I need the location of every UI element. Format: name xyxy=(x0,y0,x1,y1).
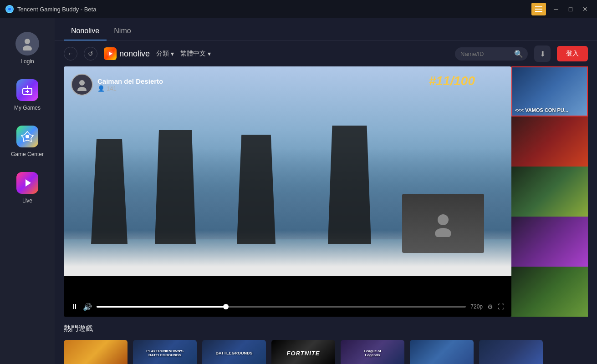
main-layout: Login My Games xyxy=(0,18,597,364)
stream-thumbnails: <<< VAMOS CON PU... xyxy=(511,66,588,317)
game-card-2-bg: PLAYERUNKNOWN'SBATTLEGROUNDS xyxy=(133,340,197,364)
streamer-name: Caiman del Desierto xyxy=(97,77,163,85)
game-card-1[interactable] xyxy=(64,340,128,364)
game-card-7[interactable] xyxy=(479,340,543,364)
volume-button[interactable]: 🔊 xyxy=(83,303,92,311)
user-avatar xyxy=(15,32,39,56)
hot-games-section: 熱門遊戲 PLAYERUNKNOWN'SBATTLEGROUNDS BATTLE… xyxy=(55,317,597,364)
gamecenter-icon xyxy=(16,126,38,147)
quality-label: 720p xyxy=(470,303,483,310)
minimize-button[interactable]: ─ xyxy=(550,3,562,15)
viewer-count: 👤 141 xyxy=(97,85,163,92)
login-icon-container xyxy=(15,32,39,56)
sidebar-item-mygames[interactable]: My Games xyxy=(0,74,55,116)
sidebar-gamecenter-label: Game Center xyxy=(11,151,44,157)
tab-nonolive[interactable]: Nonolive xyxy=(64,22,107,40)
sidebar-mygames-label: My Games xyxy=(14,105,41,111)
category-button[interactable]: 分類 ▾ xyxy=(156,50,174,58)
games-row: PLAYERUNKNOWN'SBATTLEGROUNDS BATTLEGROUN… xyxy=(64,340,588,364)
app-logo-icon xyxy=(5,5,14,13)
tabs-bar: Nonolive Nimo xyxy=(55,18,597,41)
streamer-overlay xyxy=(402,194,484,253)
title-bar: Tencent Gaming Buddy - Beta ─ □ ✕ xyxy=(0,0,597,18)
svg-rect-4 xyxy=(535,11,542,12)
thumbnail-4[interactable] xyxy=(511,217,588,267)
sidebar-item-login[interactable]: Login xyxy=(0,27,55,69)
video-main: Caiman del Desierto 👤 141 #11/100 xyxy=(64,66,511,276)
streamer-info: Caiman del Desierto 👤 141 xyxy=(71,74,163,96)
tab-nimo[interactable]: Nimo xyxy=(107,22,138,40)
category-dropdown-icon: ▾ xyxy=(171,50,174,57)
settings-button[interactable]: ⚙ xyxy=(487,303,493,310)
game-card-5-bg: League ofLegends xyxy=(341,340,404,364)
hamburger-menu-button[interactable] xyxy=(531,3,546,15)
game-card-2[interactable]: PLAYERUNKNOWN'SBATTLEGROUNDS xyxy=(133,340,197,364)
nonolive-logo: nonolive xyxy=(104,47,150,60)
download-icon: ⬇ xyxy=(540,50,546,58)
mygames-icon-container xyxy=(15,78,39,102)
streamer-avatar xyxy=(71,74,93,96)
game-card-4[interactable]: FORTNITE xyxy=(271,340,335,364)
progress-bar[interactable] xyxy=(97,306,466,308)
game-card-6-bg xyxy=(410,340,474,364)
app-title: Tencent Gaming Buddy - Beta xyxy=(17,6,96,13)
viewers-icon: 👤 xyxy=(97,85,105,92)
svg-point-6 xyxy=(23,46,32,51)
streamer-details: Caiman del Desierto 👤 141 xyxy=(97,77,163,92)
quality-button[interactable]: 720p xyxy=(470,303,483,310)
sidebar-login-label: Login xyxy=(20,58,34,65)
svg-rect-2 xyxy=(535,6,542,7)
game-card-5[interactable]: League ofLegends xyxy=(341,340,404,364)
sidebar-live-label: Live xyxy=(22,197,32,204)
game-card-1-bg xyxy=(64,340,128,364)
pause-button[interactable]: ⏸ xyxy=(71,303,78,311)
search-icon: 🔍 xyxy=(514,50,523,58)
svg-point-12 xyxy=(26,135,29,138)
search-box: 🔍 xyxy=(455,47,528,61)
thumb-1-label: <<< VAMOS CON PU... xyxy=(515,107,568,113)
thumbnail-2[interactable] xyxy=(511,116,588,167)
fullscreen-button[interactable]: ⛶ xyxy=(498,303,504,310)
hot-games-title: 熱門遊戲 xyxy=(64,324,588,334)
maximize-button[interactable]: □ xyxy=(564,3,577,15)
game-card-7-bg xyxy=(479,340,543,364)
video-controls: ⏸ 🔊 720p ⚙ ⛶ xyxy=(64,297,511,317)
thumbnail-3[interactable] xyxy=(511,167,588,217)
login-button[interactable]: 登入 xyxy=(557,46,588,61)
svg-point-16 xyxy=(438,214,449,225)
close-button[interactable]: ✕ xyxy=(579,3,592,15)
game-card-4-bg: FORTNITE xyxy=(271,340,335,364)
language-button[interactable]: 繁體中文 ▾ xyxy=(180,50,211,58)
window-controls: ─ □ ✕ xyxy=(531,3,592,15)
video-section: Caiman del Desierto 👤 141 #11/100 xyxy=(55,66,597,317)
content-area: Nonolive Nimo ← ↺ xyxy=(55,18,597,364)
svg-rect-3 xyxy=(535,9,542,10)
game-card-3[interactable]: BATTLEGROUNDS xyxy=(202,340,266,364)
live-icon xyxy=(16,172,38,194)
sidebar-item-gamecenter[interactable]: Game Center xyxy=(0,120,55,162)
progress-thumb xyxy=(223,304,229,309)
back-button[interactable]: ← xyxy=(64,47,77,61)
sidebar: Login My Games xyxy=(0,18,55,364)
rank-badge: #11/100 xyxy=(429,74,475,88)
live-icon-container xyxy=(15,171,39,195)
refresh-button[interactable]: ↺ xyxy=(84,47,97,61)
lang-dropdown-icon: ▾ xyxy=(208,50,211,57)
game-card-6[interactable] xyxy=(410,340,474,364)
sidebar-item-live[interactable]: Live xyxy=(0,167,55,208)
search-input[interactable] xyxy=(460,51,510,57)
progress-fill xyxy=(97,306,226,308)
video-player: Caiman del Desierto 👤 141 #11/100 xyxy=(64,66,511,317)
game-scene xyxy=(64,66,511,276)
nonolive-logo-icon xyxy=(104,47,117,60)
svg-point-17 xyxy=(435,228,451,237)
svg-point-5 xyxy=(25,39,30,44)
svg-point-1 xyxy=(8,8,11,10)
thumbnail-5[interactable] xyxy=(511,267,588,317)
nonolive-bar: ← ↺ nonolive 分類 ▾ xyxy=(55,41,597,66)
download-button[interactable]: ⬇ xyxy=(534,46,551,62)
title-bar-left: Tencent Gaming Buddy - Beta xyxy=(5,5,96,13)
thumbnail-1[interactable]: <<< VAMOS CON PU... xyxy=(511,66,588,116)
gamecenter-icon-container xyxy=(15,125,39,148)
streamer-face xyxy=(402,194,484,253)
